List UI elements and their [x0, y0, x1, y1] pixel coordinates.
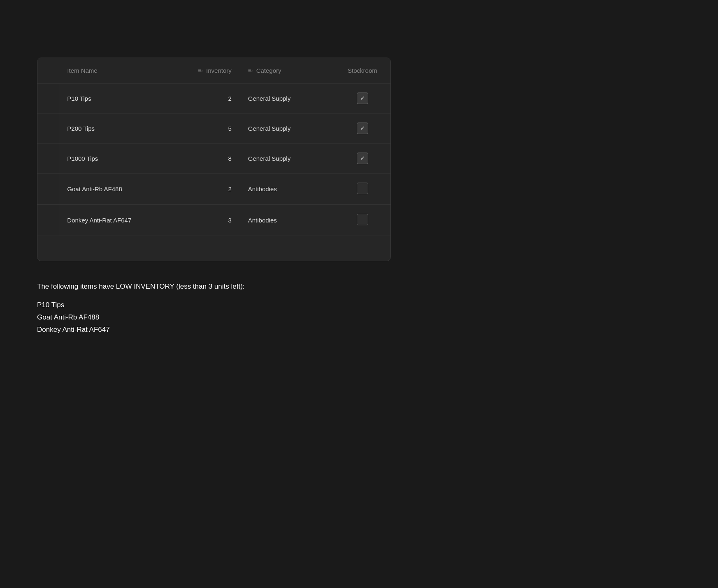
col-header-inventory[interactable]: ≡› Inventory — [175, 58, 240, 83]
row-inventory-cell: 8 — [175, 144, 240, 174]
low-inventory-title: The following items have LOW INVENTORY (… — [37, 282, 245, 292]
row-inventory-cell: 2 — [175, 174, 240, 205]
low-inventory-list: P10 TipsGoat Anti-Rb AF488Donkey Anti-Ra… — [37, 301, 245, 334]
row-category-cell: Antibodies — [240, 174, 335, 205]
row-name-cell: P200 Tips — [59, 113, 175, 144]
row-stockroom-cell[interactable] — [335, 144, 390, 174]
table-empty-row — [37, 236, 390, 261]
row-name-cell: P10 Tips — [59, 83, 175, 113]
table-row: Donkey Anti-Rat AF6473Antibodies — [37, 205, 390, 236]
row-select-cell — [37, 83, 59, 113]
col-header-stockroom: Stockroom — [335, 58, 390, 83]
stockroom-checkbox[interactable] — [357, 93, 368, 104]
stockroom-checkbox[interactable] — [357, 153, 368, 164]
row-select-cell — [37, 174, 59, 205]
inventory-table-container: Item Name ≡› Inventory ≡› Category Stock… — [37, 58, 391, 261]
table-row: P200 Tips5General Supply — [37, 113, 390, 144]
low-inventory-section: The following items have LOW INVENTORY (… — [33, 282, 245, 334]
row-stockroom-cell[interactable] — [335, 83, 390, 113]
row-inventory-cell: 5 — [175, 113, 240, 144]
row-name-cell: Goat Anti-Rb AF488 — [59, 174, 175, 205]
table-row: P10 Tips2General Supply — [37, 83, 390, 113]
row-select-cell — [37, 144, 59, 174]
stockroom-checkbox[interactable] — [357, 123, 368, 134]
row-stockroom-cell[interactable] — [335, 205, 390, 236]
table-header-row: Item Name ≡› Inventory ≡› Category Stock… — [37, 58, 390, 83]
low-inventory-item: P10 Tips — [37, 301, 245, 309]
table-row: P1000 Tips8General Supply — [37, 144, 390, 174]
inventory-sort-icon: ≡› — [198, 67, 203, 74]
stockroom-checkbox[interactable] — [357, 214, 368, 225]
row-name-cell: Donkey Anti-Rat AF647 — [59, 205, 175, 236]
col-header-name: Item Name — [59, 58, 175, 83]
row-inventory-cell: 2 — [175, 83, 240, 113]
row-name-cell: P1000 Tips — [59, 144, 175, 174]
stockroom-checkbox[interactable] — [357, 183, 368, 194]
row-category-cell: General Supply — [240, 83, 335, 113]
table-row: Goat Anti-Rb AF4882Antibodies — [37, 174, 390, 205]
row-select-cell — [37, 205, 59, 236]
row-category-cell: Antibodies — [240, 205, 335, 236]
low-inventory-item: Donkey Anti-Rat AF647 — [37, 326, 245, 334]
inventory-table: Item Name ≡› Inventory ≡› Category Stock… — [37, 58, 390, 261]
row-category-cell: General Supply — [240, 144, 335, 174]
col-header-select — [37, 58, 59, 83]
row-stockroom-cell[interactable] — [335, 113, 390, 144]
category-sort-icon: ≡› — [248, 67, 253, 74]
col-header-category[interactable]: ≡› Category — [240, 58, 335, 83]
low-inventory-item: Goat Anti-Rb AF488 — [37, 313, 245, 322]
row-stockroom-cell[interactable] — [335, 174, 390, 205]
row-select-cell — [37, 113, 59, 144]
row-inventory-cell: 3 — [175, 205, 240, 236]
row-category-cell: General Supply — [240, 113, 335, 144]
